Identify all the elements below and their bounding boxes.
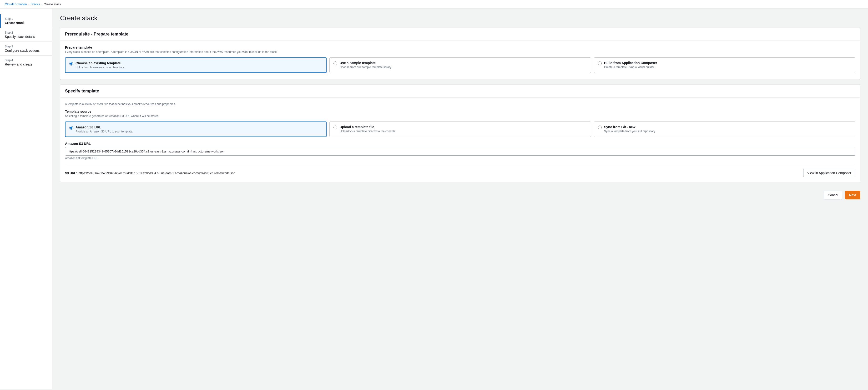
breadcrumb-current: Create stack xyxy=(44,2,61,6)
prerequisite-header: Prerequisite - Prepare template xyxy=(60,28,860,41)
specify-template-header: Specify template xyxy=(60,85,860,98)
step-4-number: Step 4 xyxy=(5,59,48,62)
radio-option-git[interactable]: Sync from Git - new Sync a template from… xyxy=(594,121,856,137)
s3-url-label: Amazon S3 URL xyxy=(65,142,856,146)
radio-git-input[interactable] xyxy=(598,125,602,129)
template-source-desc: Selecting a template generates an Amazon… xyxy=(65,114,856,118)
radio-option-s3url[interactable]: Amazon S3 URL Provide an Amazon S3 URL t… xyxy=(65,121,327,137)
radio-option-composer[interactable]: Build from Application Composer Create a… xyxy=(594,57,856,73)
step-3-number: Step 3 xyxy=(5,45,48,48)
composer-template-desc: Create a template using a visual builder… xyxy=(604,65,657,69)
cancel-button[interactable]: Cancel xyxy=(824,191,842,200)
step-2-number: Step 2 xyxy=(5,31,48,34)
sidebar-step-3[interactable]: Step 3 Configure stack options xyxy=(0,42,52,56)
specify-template-section: Specify template A template is a JSON or… xyxy=(60,85,860,182)
page-title: Create stack xyxy=(60,14,860,22)
s3-url-form-group: Amazon S3 URL Amazon S3 template URL xyxy=(65,142,856,160)
breadcrumb-stacks[interactable]: Stacks xyxy=(31,2,40,6)
existing-template-desc: Upload or choose an existing template. xyxy=(75,66,125,69)
s3-url-display: S3 URL:https://cell-664915299348-65707b9… xyxy=(65,171,799,175)
view-in-composer-button[interactable]: View in Application Composer xyxy=(803,169,856,177)
s3-url-hint: Amazon S3 template URL xyxy=(65,156,856,160)
prepare-template-desc: Every stack is based on a template. A te… xyxy=(65,50,856,54)
step-3-name: Configure stack options xyxy=(5,49,48,52)
steps-sidebar: Step 1 Create stack Step 2 Specify stack… xyxy=(0,8,53,389)
radio-sample-input[interactable] xyxy=(334,61,337,65)
sidebar-step-2[interactable]: Step 2 Specify stack details xyxy=(0,28,52,42)
step-2-name: Specify stack details xyxy=(5,35,48,38)
sidebar-step-1[interactable]: Step 1 Create stack xyxy=(0,14,52,28)
s3url-option-title: Amazon S3 URL xyxy=(75,125,133,129)
specify-template-body: A template is a JSON or YAML file that d… xyxy=(60,98,860,182)
sidebar-step-4[interactable]: Step 4 Review and create xyxy=(0,56,52,69)
specify-template-desc: A template is a JSON or YAML file that d… xyxy=(65,102,856,106)
radio-composer-input[interactable] xyxy=(598,61,602,65)
specify-template-title: Specify template xyxy=(65,89,856,94)
s3url-option-desc: Provide an Amazon S3 URL to your templat… xyxy=(75,130,133,133)
s3-url-value: https://cell-664915299348-65707b9dd15158… xyxy=(79,171,235,175)
radio-option-upload[interactable]: Upload a template file Upload your templ… xyxy=(330,121,591,137)
template-source-radio-group: Amazon S3 URL Provide an Amazon S3 URL t… xyxy=(65,121,856,137)
git-option-title: Sync from Git - new xyxy=(604,125,656,129)
prerequisite-section: Prerequisite - Prepare template Prepare … xyxy=(60,28,860,80)
existing-template-title: Choose an existing template xyxy=(75,61,125,65)
git-option-desc: Sync a template from your Git repository… xyxy=(604,129,656,133)
breadcrumb-sep-2: › xyxy=(41,3,42,6)
s3-url-input[interactable] xyxy=(65,147,856,156)
main-content: Create stack Prerequisite - Prepare temp… xyxy=(53,8,868,389)
prepare-template-label: Prepare template xyxy=(65,46,856,49)
radio-existing-input[interactable] xyxy=(69,62,73,65)
upload-option-desc: Upload your template directly to the con… xyxy=(340,129,396,133)
upload-option-title: Upload a template file xyxy=(340,125,396,129)
step-1-name: Create stack xyxy=(5,21,48,25)
template-type-radio-group: Choose an existing template Upload or ch… xyxy=(65,57,856,73)
prerequisite-title: Prerequisite - Prepare template xyxy=(65,32,856,37)
radio-option-sample[interactable]: Use a sample template Choose from our sa… xyxy=(330,57,591,73)
prerequisite-body: Prepare template Every stack is based on… xyxy=(60,41,860,80)
s3-url-prefix: S3 URL: xyxy=(65,171,77,175)
footer-actions: Cancel Next xyxy=(60,187,860,203)
breadcrumb-cloudformation[interactable]: CloudFormation xyxy=(5,2,27,6)
radio-option-existing[interactable]: Choose an existing template Upload or ch… xyxy=(65,57,327,73)
sample-template-desc: Choose from our sample template library. xyxy=(340,65,392,69)
breadcrumb-sep-1: › xyxy=(28,3,29,6)
s3-url-display-row: S3 URL:https://cell-664915299348-65707b9… xyxy=(65,164,856,177)
composer-template-title: Build from Application Composer xyxy=(604,61,657,65)
radio-s3url-input[interactable] xyxy=(69,126,73,129)
step-4-name: Review and create xyxy=(5,62,48,66)
step-1-number: Step 1 xyxy=(5,17,48,21)
radio-upload-input[interactable] xyxy=(334,125,337,129)
sample-template-title: Use a sample template xyxy=(340,61,392,65)
template-source-label: Template source xyxy=(65,110,856,113)
next-button[interactable]: Next xyxy=(845,191,860,200)
breadcrumb: CloudFormation › Stacks › Create stack xyxy=(0,0,868,8)
